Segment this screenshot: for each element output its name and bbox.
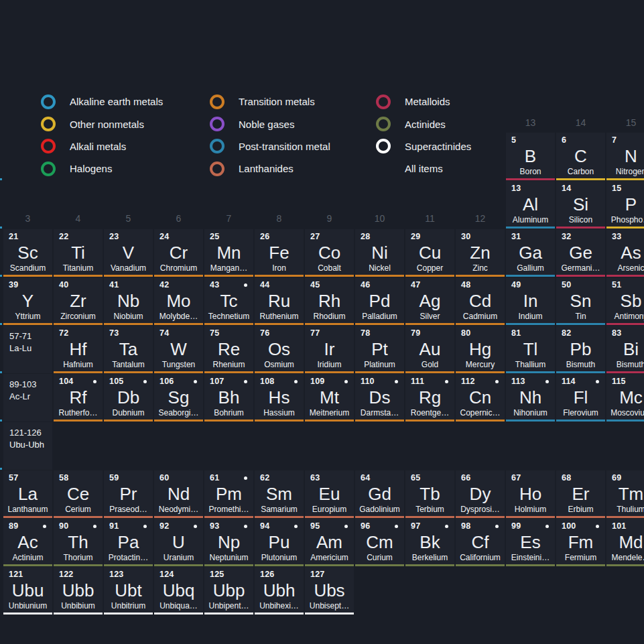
element-cell-co[interactable]: 27CoCobalt [305, 229, 354, 277]
legend-item-post-transition[interactable]: Post-transition metal [210, 135, 330, 157]
element-cell-ge[interactable]: 32GeGermani… [556, 229, 605, 277]
element-cell-db[interactable]: 105DbDubnium [104, 374, 153, 422]
legend-item-noble-gas[interactable]: Noble gases [210, 113, 330, 135]
element-cell-ubb[interactable]: 122UbbUnbibium [54, 567, 103, 615]
element-cell-sn[interactable]: 50SnTin [556, 277, 605, 325]
element-cell-ubh[interactable]: 126UbhUnbihexi… [255, 567, 304, 615]
element-cell-ag[interactable]: 47AgSilver [405, 277, 454, 325]
element-cell-ho[interactable]: 67HoHolmium [506, 470, 555, 518]
element-cell-n[interactable]: 7NNitrogen [606, 133, 644, 180]
legend-item-all-items[interactable]: All items [376, 157, 471, 180]
legend-item-lanthanide[interactable]: Lanthanides [210, 157, 330, 180]
element-cell-w[interactable]: 74WTungsten [154, 326, 203, 373]
element-cell-pd[interactable]: 46PdPalladium [355, 277, 404, 325]
element-cell-nd[interactable]: 60NdNeodymi… [154, 470, 203, 518]
element-cell-mt[interactable]: 109MtMeitnerium [305, 374, 354, 422]
element-cell-rh[interactable]: 45RhRhodium [305, 277, 354, 325]
legend-item-superactinide[interactable]: Superactinides [376, 135, 471, 157]
element-cell-ubu[interactable]: 121UbuUnbiunium [3, 567, 52, 615]
placeholder-cell-ubu-ubh[interactable]: 121-126 Ubu-Ubh [3, 422, 52, 470]
element-cell-mc[interactable]: 115McMoscovium [606, 374, 644, 422]
element-cell-ds[interactable]: 110DsDarmsta… [355, 374, 404, 422]
element-cell-ac[interactable]: 89AcActinium [3, 519, 52, 566]
element-cell-b[interactable]: 5BBoron [506, 133, 555, 180]
element-cell-cf[interactable]: 98CfCalifornium [456, 519, 505, 566]
element-cell-rf[interactable]: 104RfRutherfo… [54, 374, 103, 422]
element-cell-bh[interactable]: 107BhBohrium [204, 374, 253, 422]
element-cell-tb[interactable]: 65TbTerbium [405, 470, 454, 518]
element-cell-cd[interactable]: 48CdCadmium [456, 277, 505, 325]
element-cell-hg[interactable]: 80HgMercury [456, 326, 505, 373]
element-cell-es[interactable]: 99EsEinsteini… [506, 519, 555, 566]
element-cell-cu[interactable]: 29CuCopper [405, 229, 454, 277]
element-cell-sg[interactable]: 106SgSeaborgi… [154, 374, 203, 422]
element-cell-ubq[interactable]: 124UbqUnbiqua… [154, 567, 203, 615]
element-cell-bi[interactable]: 83BiBismuth [606, 326, 644, 373]
element-cell-gd[interactable]: 64GdGadolinium [355, 470, 404, 518]
element-cell-mo[interactable]: 42MoMolybde… [154, 277, 203, 325]
element-cell-ubt[interactable]: 123UbtUnbitrium [104, 567, 153, 615]
element-cell-ubs[interactable]: 127UbsUnbisept… [305, 567, 354, 615]
element-cell-tm[interactable]: 69TmThulium [606, 470, 644, 518]
element-cell-ta[interactable]: 73TaTantalum [104, 326, 153, 373]
element-cell-cn[interactable]: 112CnCopernic… [456, 374, 505, 422]
element-cell-pm[interactable]: 61PmPromethi… [204, 470, 253, 518]
element-cell-c[interactable]: 6CCarbon [556, 133, 605, 180]
element-cell-cm[interactable]: 96CmCurium [355, 519, 404, 566]
legend-item-alkaline-earth[interactable]: Alkaline earth metals [41, 90, 163, 113]
element-cell-ni[interactable]: 28NiNickel [355, 229, 404, 277]
element-cell-dy[interactable]: 66DyDysprosi… [456, 470, 505, 518]
element-cell-eu[interactable]: 63EuEuropium [305, 470, 354, 518]
element-cell-fe[interactable]: 26FeIron [255, 229, 304, 277]
element-cell-ru[interactable]: 44RuRuthenium [255, 277, 304, 325]
element-cell-er[interactable]: 68ErErbium [556, 470, 605, 518]
element-cell-al[interactable]: 13AlAluminum [506, 181, 555, 229]
element-cell-pa[interactable]: 91PaProtactin… [104, 519, 153, 566]
element-cell-p[interactable]: 15PPhospho… [606, 181, 644, 229]
element-cell-nh[interactable]: 113NhNihonium [506, 374, 555, 422]
element-cell-np[interactable]: 93NpNeptunium [204, 519, 253, 566]
element-cell-tc[interactable]: 43TcTechnetium [204, 277, 253, 325]
element-cell-v[interactable]: 23VVanadium [104, 229, 153, 277]
element-cell-u[interactable]: 92UUranium [154, 519, 203, 566]
placeholder-cell-ac-lr[interactable]: 89-103 Ac-Lr [3, 374, 52, 422]
element-cell-re[interactable]: 75ReRhenium [204, 326, 253, 373]
element-cell-zn[interactable]: 30ZnZinc [456, 229, 505, 277]
element-cell-pt[interactable]: 78PtPlatinum [355, 326, 404, 373]
legend-item-transition[interactable]: Transition metals [210, 90, 330, 113]
element-cell-la[interactable]: 57LaLanthanum [3, 470, 52, 518]
legend-item-metalloid[interactable]: Metalloids [376, 90, 471, 113]
legend-item-halogen[interactable]: Halogens [41, 157, 163, 180]
element-cell-mn[interactable]: 25MnMangan… [204, 229, 253, 277]
element-cell-ubp[interactable]: 125UbpUnbipent… [204, 567, 253, 615]
element-cell-nb[interactable]: 41NbNiobium [104, 277, 153, 325]
element-cell-as[interactable]: 33AsArsenic [606, 229, 644, 277]
element-cell-fl[interactable]: 114FlFlerovium [556, 374, 605, 422]
element-cell-ti[interactable]: 22TiTitanium [54, 229, 103, 277]
element-cell-hf[interactable]: 72HfHafnium [54, 326, 103, 373]
element-cell-rg[interactable]: 111RgRoentge… [405, 374, 454, 422]
element-cell-th[interactable]: 90ThThorium [54, 519, 103, 566]
element-cell-pu[interactable]: 94PuPlutonium [255, 519, 304, 566]
element-cell-cr[interactable]: 24CrChromium [154, 229, 203, 277]
legend-item-actinide[interactable]: Actinides [376, 113, 471, 135]
element-cell-ce[interactable]: 58CeCerium [54, 470, 103, 518]
element-cell-os[interactable]: 76OsOsmium [255, 326, 304, 373]
element-cell-pb[interactable]: 82PbBismuth [556, 326, 605, 373]
element-cell-ir[interactable]: 77IrIridium [305, 326, 354, 373]
placeholder-cell-la-lu[interactable]: 57-71 La-Lu [3, 326, 52, 373]
element-cell-am[interactable]: 95AmAmericium [305, 519, 354, 566]
element-cell-sb[interactable]: 51SbAntimony [606, 277, 644, 325]
legend-item-other-nonmetal[interactable]: Other nonmetals [41, 113, 163, 135]
element-cell-au[interactable]: 79AuGold [405, 326, 454, 373]
element-cell-fm[interactable]: 100FmFermium [556, 519, 605, 566]
element-cell-in[interactable]: 49InIndium [506, 277, 555, 325]
element-cell-sc[interactable]: 21ScScandium [3, 229, 52, 277]
element-cell-si[interactable]: 14SiSilicon [556, 181, 605, 229]
element-cell-tl[interactable]: 81TlThallium [506, 326, 555, 373]
legend-item-alkali[interactable]: Alkali metals [41, 135, 163, 157]
element-cell-zr[interactable]: 40ZrZirconium [54, 277, 103, 325]
element-cell-y[interactable]: 39YYttrium [3, 277, 52, 325]
element-cell-bk[interactable]: 97BkBerkelium [405, 519, 454, 566]
element-cell-ga[interactable]: 31GaGallium [506, 229, 555, 277]
